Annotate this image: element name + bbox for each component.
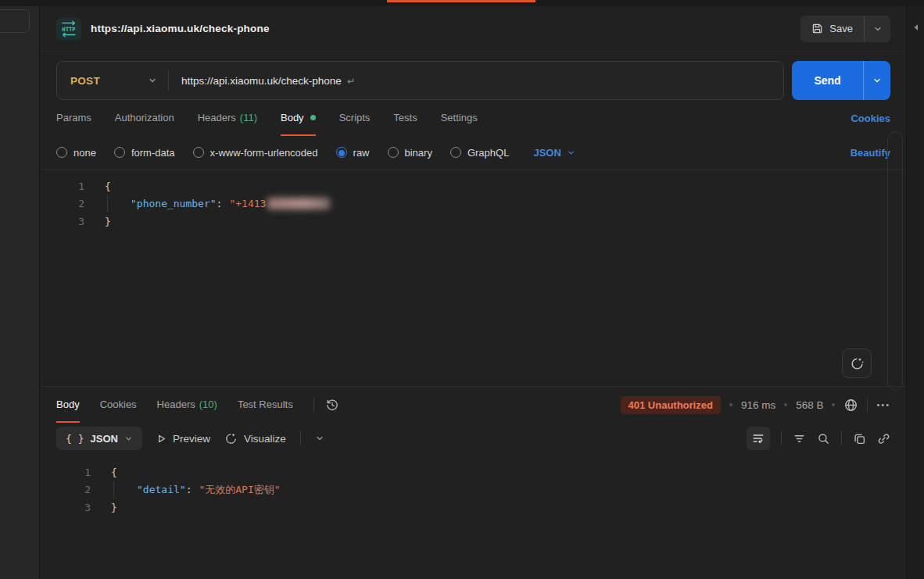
status-badge[interactable]: 401 Unauthorized xyxy=(621,396,721,414)
tab-body[interactable]: Body xyxy=(281,100,316,136)
radio-icon-selected xyxy=(336,147,347,158)
format-caret-icon xyxy=(124,434,133,443)
request-url-row: POST https://api.xiaomu.uk/check-phone ↵… xyxy=(56,61,890,100)
radio-icon xyxy=(114,147,125,158)
preview-button[interactable]: Preview xyxy=(156,433,210,445)
tab-scripts[interactable]: Scripts xyxy=(339,100,371,136)
response-tab-test-results[interactable]: Test Results xyxy=(238,387,293,423)
response-toolbar-icons xyxy=(747,427,890,450)
save-options-caret[interactable] xyxy=(864,16,890,42)
search-icon[interactable] xyxy=(817,432,830,445)
filter-icon[interactable] xyxy=(793,432,806,445)
body-modified-dot xyxy=(310,115,316,120)
code-line: 1 { xyxy=(41,463,906,481)
network-globe-icon[interactable] xyxy=(843,398,858,413)
radio-icon xyxy=(193,147,204,158)
sparkle-circle-icon xyxy=(850,356,865,371)
tab-params[interactable]: Params xyxy=(56,100,91,136)
line-number: 3 xyxy=(41,502,91,513)
request-body-editor[interactable]: 1 { 2 "phone_number":"+1413 3 } xyxy=(41,169,906,386)
request-header-bar: HTTP https://api.xiaomu.uk/check-phone S… xyxy=(41,6,906,52)
url-input-box: POST https://api.xiaomu.uk/check-phone ↵ xyxy=(56,61,784,100)
divider xyxy=(300,431,301,445)
sparkle-circle-icon xyxy=(224,432,238,445)
code-line: 3 } xyxy=(41,213,906,231)
save-icon xyxy=(811,23,823,34)
line-number: 3 xyxy=(41,216,84,227)
cookies-link[interactable]: Cookies xyxy=(851,113,890,124)
sidebar-collapsed-item[interactable] xyxy=(0,9,30,33)
line-number: 2 xyxy=(41,484,91,495)
mode-graphql[interactable]: GraphQL xyxy=(450,147,509,159)
mode-none[interactable]: none xyxy=(56,147,96,159)
send-button[interactable]: Send xyxy=(792,61,863,100)
response-headers-count: (10) xyxy=(199,399,217,410)
mode-x-www-form-urlencoded[interactable]: x-www-form-urlencoded xyxy=(193,147,318,159)
visualize-button[interactable]: Visualize xyxy=(224,432,286,445)
more-options-button[interactable]: ••• xyxy=(876,400,890,409)
line-number: 1 xyxy=(41,466,91,478)
http-method-icon: HTTP xyxy=(56,18,81,40)
play-icon xyxy=(156,434,167,444)
code-line: 3 } xyxy=(41,499,906,516)
mode-binary[interactable]: binary xyxy=(388,147,432,159)
response-tab-cookies[interactable]: Cookies xyxy=(100,387,137,423)
divider xyxy=(313,398,314,412)
postbot-ai-button[interactable] xyxy=(842,348,872,378)
response-format-select[interactable]: { } JSON xyxy=(56,427,142,450)
tab-settings[interactable]: Settings xyxy=(441,100,478,136)
tab-headers[interactable]: Headers(11) xyxy=(198,100,257,136)
wrap-text-button[interactable] xyxy=(747,427,770,450)
divider xyxy=(841,431,842,445)
mode-form-data[interactable]: form-data xyxy=(114,147,175,159)
headers-count: (11) xyxy=(240,112,257,123)
tab-tests[interactable]: Tests xyxy=(393,100,417,136)
copy-icon[interactable] xyxy=(853,432,866,445)
response-tab-headers[interactable]: Headers(10) xyxy=(157,387,217,423)
body-mode-row: none form-data x-www-form-urlencoded raw… xyxy=(41,136,906,169)
save-button-group: Save xyxy=(800,16,890,42)
response-tab-body[interactable]: Body xyxy=(56,387,80,423)
request-tabs: Params Authorization Headers(11) Body Sc… xyxy=(41,100,906,136)
divider xyxy=(781,431,782,445)
url-input[interactable]: https://api.xiaomu.uk/check-phone xyxy=(181,75,342,87)
format-caret-icon xyxy=(567,148,575,157)
beautify-link[interactable]: Beautify xyxy=(851,147,890,159)
response-size[interactable]: 568 B xyxy=(796,399,823,411)
response-tabs: Body Cookies Headers(10) Test Results xyxy=(41,387,906,423)
collapse-panel-arrow-icon[interactable] xyxy=(912,23,919,31)
right-sidebar-rail xyxy=(906,6,924,579)
method-selector[interactable]: POST xyxy=(57,75,168,87)
code-line: 2 "phone_number":"+1413 xyxy=(41,195,906,213)
divider xyxy=(867,398,868,412)
link-icon[interactable] xyxy=(877,432,890,445)
radio-icon xyxy=(450,147,461,158)
response-body-editor[interactable]: 1 { 2 "detail":"无效的API密钥" 3 } xyxy=(41,454,906,579)
url-divider xyxy=(168,70,169,91)
wrap-text-icon xyxy=(752,432,765,445)
send-options-caret[interactable] xyxy=(863,61,890,100)
tab-strip xyxy=(0,0,924,6)
braces-icon: { } xyxy=(66,433,84,445)
code-line: 2 "detail":"无效的API密钥" xyxy=(41,481,906,499)
save-button-label: Save xyxy=(829,23,853,34)
response-history-icon[interactable] xyxy=(325,398,339,412)
main-workspace: HTTP https://api.xiaomu.uk/check-phone S… xyxy=(41,6,906,579)
editor-scrollbar[interactable] xyxy=(887,131,903,391)
tab-authorization[interactable]: Authorization xyxy=(115,100,174,136)
response-toolbar: { } JSON Preview Visualize xyxy=(41,423,906,454)
code-line: 1 { xyxy=(41,177,906,195)
line-number: 2 xyxy=(41,198,84,209)
raw-format-select[interactable]: JSON xyxy=(533,147,575,159)
method-caret-icon xyxy=(148,76,157,85)
enter-hint: ↵ xyxy=(347,75,355,87)
send-button-group: Send xyxy=(792,61,890,100)
response-time[interactable]: 916 ms xyxy=(741,399,775,411)
response-meta: 401 Unauthorized 916 ms 568 B ••• xyxy=(621,387,890,423)
response-panel: Body Cookies Headers(10) Test Results xyxy=(41,386,906,579)
api-client-window: HTTP https://api.xiaomu.uk/check-phone S… xyxy=(0,0,924,579)
toolbar-caret-icon[interactable] xyxy=(315,434,324,443)
mode-raw[interactable]: raw xyxy=(336,147,370,159)
save-button[interactable]: Save xyxy=(800,16,864,42)
radio-icon xyxy=(388,147,399,158)
